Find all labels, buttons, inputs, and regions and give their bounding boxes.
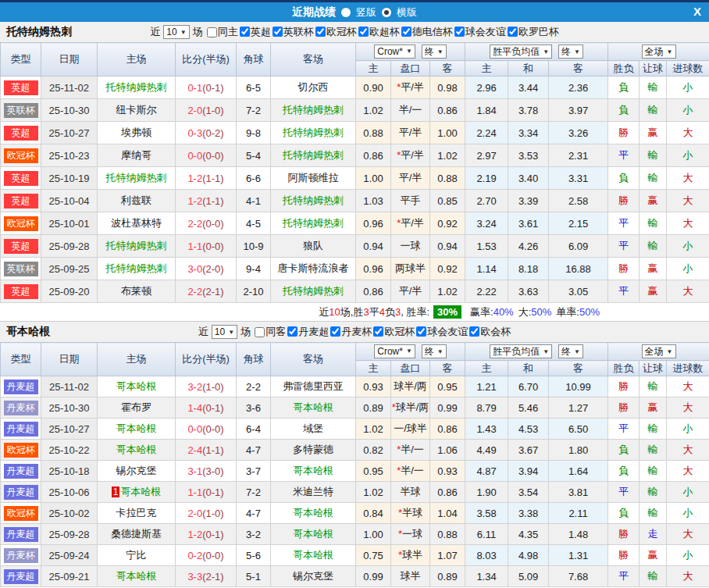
league-checkbox-label[interactable]: 德电信杯	[412, 26, 453, 37]
mean-home-cell: 1.21	[465, 376, 508, 397]
league-checkbox[interactable]	[240, 27, 250, 37]
league-checkbox[interactable]	[401, 27, 412, 37]
league-checkbox[interactable]	[416, 326, 426, 337]
result-wdl-cell: 勝	[608, 122, 640, 144]
score-cell: 1-2(1-1)	[176, 167, 237, 190]
corner-cell: 7-2	[237, 99, 271, 122]
odds-win-value: 40%	[493, 306, 514, 318]
same-away-label[interactable]: 同客	[265, 325, 286, 339]
odds-home-cell: 0.86	[356, 280, 391, 303]
horizontal-radio[interactable]	[382, 8, 391, 17]
match-row: 丹麦超25-09-21哥本哈根3-3(2-1)5-1锡尔克堡0.99球半0.89…	[1, 566, 709, 587]
same-home-label[interactable]: 同主	[218, 25, 238, 39]
league-checkbox[interactable]	[469, 326, 479, 337]
league-checkbox-label[interactable]: 丹麦杯	[341, 326, 372, 337]
mean-time-select[interactable]: 终▼	[558, 344, 583, 358]
odds-time-select[interactable]: 终▼	[422, 344, 447, 358]
league-checkbox[interactable]	[373, 326, 383, 337]
mean-draw-cell: 3.54	[508, 482, 549, 503]
same-home-checkbox[interactable]	[207, 27, 217, 37]
bookmaker-select[interactable]: Crow*▼	[374, 344, 415, 358]
score-cell: 1-1(0-1)	[176, 482, 237, 503]
league-checkbox-label[interactable]: 英超	[251, 26, 271, 37]
scope-select[interactable]: 全场▼	[642, 45, 676, 59]
mean-select[interactable]: 胜平负均值▼	[490, 344, 552, 358]
fulltime-score: 0-0	[187, 423, 202, 435]
same-away-checkbox[interactable]	[255, 327, 265, 337]
league-checkbox-label[interactable]: 欧冠杯	[384, 326, 415, 337]
vertical-radio[interactable]	[341, 8, 351, 17]
fulltime-score: 2-2	[187, 286, 202, 298]
mean-time-select[interactable]: 终▼	[558, 45, 583, 59]
games-label: 场	[193, 25, 203, 39]
halftime-score: (0-1)	[202, 82, 223, 94]
result-goals-cell: 大	[667, 440, 709, 461]
league-type-cell: 英超	[1, 122, 41, 144]
league-checkbox-label[interactable]: 欧会杯	[480, 326, 511, 337]
col-res-handicap: 让球	[640, 361, 667, 376]
league-checkbox[interactable]	[287, 326, 297, 337]
league-type-cell: 欧冠杯	[1, 440, 41, 461]
mean-home-cell: 1.14	[465, 258, 508, 280]
result-goals-cell: 大	[667, 524, 709, 545]
match-row: 英联杯25-10-30纽卡斯尔2-0(1-0)7-2托特纳姆热刺1.02半/一0…	[1, 99, 709, 122]
away-team-name: 哥本哈根	[293, 465, 333, 476]
record-number: 4	[379, 306, 385, 318]
corner-cell: 3-2	[237, 524, 271, 545]
mean-select[interactable]: 胜平负均值▼	[490, 45, 552, 59]
match-row: 欧冠杯25-10-02卡拉巴克2-0(1-0)4-7哥本哈根0.84*半球1.0…	[1, 503, 709, 524]
league-checkbox-label[interactable]: 欧罗巴杯	[518, 26, 559, 37]
result-goals-cell: 大	[667, 212, 709, 235]
league-checkbox[interactable]	[508, 27, 518, 37]
mean-draw-cell: 4.35	[508, 524, 549, 545]
league-checkbox[interactable]	[330, 326, 340, 337]
league-type-cell: 丹麦杯	[1, 545, 41, 566]
league-checkbox-label[interactable]: 球会友谊	[427, 326, 468, 337]
corner-cell: 5-4	[237, 144, 271, 167]
scope-select[interactable]: 全场▼	[642, 344, 676, 358]
away-team-name: 域堡	[303, 422, 323, 434]
handicap-cell: *平/半	[391, 77, 430, 99]
away-team-name: 哥本哈根	[293, 401, 333, 413]
match-date-cell: 25-10-23	[41, 144, 98, 167]
match-count-select[interactable]: 10▼	[163, 25, 189, 39]
league-badge: 丹麦杯	[4, 401, 38, 415]
horizontal-radio-label[interactable]: 横版	[397, 5, 417, 20]
league-checkbox[interactable]	[358, 27, 369, 37]
odds-home-cell: 1.03	[356, 190, 391, 212]
home-team-name: 卡拉巴克	[116, 507, 157, 519]
result-goals-cell: 小	[667, 545, 709, 566]
league-checkbox-label[interactable]: 球会友谊	[465, 26, 506, 37]
league-checkbox-label[interactable]: 丹麦超	[298, 326, 329, 337]
halftime-score: (0-0)	[202, 550, 223, 561]
match-date-cell: 25-10-18	[41, 461, 98, 482]
league-checkbox-label[interactable]: 欧冠杯	[326, 26, 357, 37]
vertical-radio-label[interactable]: 竖版	[356, 5, 376, 20]
handicap-change-star: *	[397, 444, 401, 455]
match-date-cell: 25-10-19	[41, 167, 98, 190]
handicap-cell: 半球	[391, 482, 430, 503]
score-cell: 2-4(1-1)	[176, 440, 237, 461]
result-wdl-cell: 負	[608, 77, 640, 99]
league-badge: 丹麦超	[4, 569, 38, 584]
mean-home-cell: 2.96	[465, 77, 508, 99]
odds-away-cell: 0.89	[430, 566, 465, 587]
close-icon[interactable]: X	[693, 5, 701, 18]
away-team-cell: 哥本哈根	[271, 397, 356, 419]
league-checkbox-label[interactable]: 英联杯	[283, 26, 314, 37]
mean-draw-cell: 3.39	[508, 190, 549, 212]
league-checkbox-label[interactable]: 欧超杯	[369, 26, 400, 37]
league-checkbox[interactable]	[454, 27, 465, 37]
odds-time-select[interactable]: 终▼	[422, 45, 447, 59]
mean-away-cell: 2.31	[549, 144, 608, 167]
mean-away-cell: 2.36	[549, 77, 608, 99]
match-count-select[interactable]: 10▼	[212, 325, 237, 339]
bookmaker-select[interactable]: Crow*▼	[374, 45, 415, 59]
handicap-cell: 一/球半	[391, 419, 430, 440]
result-goals-cell: 大	[667, 122, 709, 144]
league-checkbox[interactable]	[273, 27, 283, 37]
odds-home-cell: 0.75	[356, 545, 391, 566]
mean-draw-cell: 8.18	[508, 258, 549, 280]
league-checkbox[interactable]	[315, 27, 326, 37]
mean-home-cell: 1.90	[465, 482, 508, 503]
